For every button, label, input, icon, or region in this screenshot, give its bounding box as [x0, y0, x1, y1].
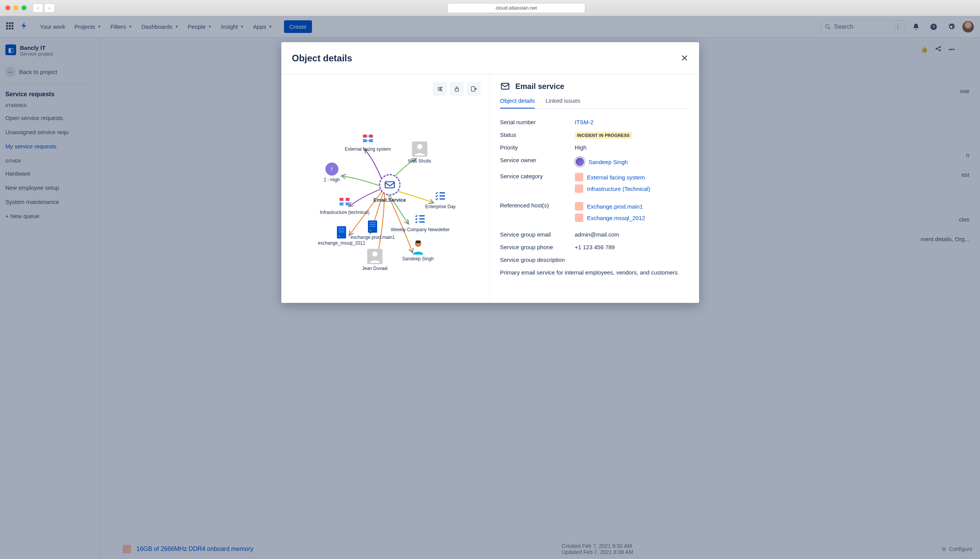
svg-point-34 — [370, 230, 371, 231]
graph-node[interactable]: External facing system — [345, 132, 391, 152]
svg-rect-36 — [370, 224, 376, 225]
category-icon — [575, 173, 583, 181]
field-status: Status INCIDENT IN PROGRESS — [500, 129, 689, 141]
field-label: Service group description — [500, 256, 565, 263]
field-value: High — [575, 144, 689, 150]
graph-filter-button[interactable] — [433, 82, 447, 96]
graph-node[interactable]: Sandeep Singh — [403, 239, 434, 261]
graph-node-label: External facing system — [345, 146, 391, 152]
person-icon — [367, 249, 383, 264]
tab-object-details[interactable]: Object details — [500, 98, 535, 109]
graph-node-label: 2 - High — [324, 177, 340, 182]
svg-rect-24 — [346, 198, 350, 201]
svg-rect-19 — [369, 139, 373, 142]
browser-forward-button[interactable]: › — [44, 3, 55, 13]
graph-node[interactable]: Enterprise Day — [426, 189, 456, 209]
host-icon — [575, 202, 583, 210]
category-link[interactable]: Infrastructure (Technical) — [587, 185, 650, 192]
svg-rect-25 — [340, 202, 343, 205]
svg-rect-45 — [416, 240, 421, 243]
tab-linked-issues[interactable]: Linked issues — [545, 98, 580, 109]
serial-link[interactable]: ITSM-2 — [575, 119, 594, 126]
host-link[interactable]: Exchange.mssql_2012 — [587, 215, 645, 221]
mail-icon — [500, 81, 510, 91]
graph-center-label: Email.Service — [374, 197, 406, 203]
list-icon — [434, 189, 447, 202]
graph-node[interactable]: exchange_mssql_2012 — [318, 226, 365, 246]
graph-center-node[interactable]: Email.Service — [374, 174, 406, 203]
field-label: Referenced host(s) — [500, 202, 575, 208]
field-phone: Service group phone +1 123 456 789 — [500, 241, 689, 253]
window-minimize-dot[interactable] — [13, 5, 18, 10]
person-icon — [412, 141, 427, 157]
graph-node[interactable]: Wes Shults — [408, 141, 431, 164]
svg-point-43 — [372, 251, 377, 256]
window-titlebar: ‹ › cloud.atlassian.net — [0, 0, 980, 16]
category-link[interactable]: External facing system — [587, 174, 645, 180]
object-title: Email service — [515, 82, 564, 91]
field-email: Service group email admin@mail.com — [500, 228, 689, 241]
host-link[interactable]: Exchange.prod.main1 — [587, 203, 643, 210]
graph-export-button[interactable] — [467, 82, 481, 96]
field-desc-value: Primary email service for internal emplo… — [500, 268, 689, 277]
window-close-dot[interactable] — [5, 5, 10, 10]
graph-node[interactable]: Weekly Company Newsletter — [391, 212, 450, 232]
modal-header: Object details ✕ — [281, 42, 699, 74]
modal-close-button[interactable]: ✕ — [681, 53, 688, 64]
svg-rect-26 — [346, 202, 350, 205]
field-label: Status — [500, 132, 575, 138]
field-label: Service owner — [500, 157, 575, 163]
server-icon — [335, 226, 348, 239]
svg-rect-16 — [363, 135, 367, 138]
server-icon — [366, 220, 379, 233]
svg-point-11 — [440, 89, 441, 90]
owner-link[interactable]: Sandeep Singh — [589, 159, 628, 165]
graph-node-label: Infrastructure (technical) — [320, 210, 370, 215]
svg-rect-15 — [385, 182, 394, 188]
svg-rect-13 — [455, 89, 459, 91]
graph-node[interactable]: Infrastructure (technical) — [320, 195, 370, 215]
svg-rect-17 — [369, 135, 373, 138]
svg-point-39 — [338, 235, 340, 237]
field-label: Service category — [500, 173, 575, 179]
field-label: Service group email — [500, 231, 575, 238]
svg-rect-41 — [338, 230, 345, 230]
graph-lock-button[interactable] — [450, 82, 464, 96]
graph-node-label: Weekly Company Newsletter — [391, 227, 450, 232]
svg-rect-40 — [338, 228, 345, 228]
field-label: Priority — [500, 144, 575, 150]
system-icon — [338, 195, 351, 208]
graph-node-label: Sandeep Singh — [403, 256, 434, 261]
field-owner: Service owner Sandeep Singh — [500, 154, 689, 170]
window-maximize-dot[interactable] — [21, 5, 26, 10]
modal-title: Object details — [292, 53, 352, 64]
field-label: Serial number — [500, 119, 575, 126]
field-hosts: Referenced host(s) Exchange.prod.main1 E… — [500, 199, 689, 228]
object-details-modal: Object details ✕ — [281, 42, 699, 303]
svg-rect-35 — [370, 222, 376, 223]
status-badge: INCIDENT IN PROGRESS — [575, 132, 632, 139]
graph-toolbar — [287, 81, 484, 98]
graph-node[interactable]: ! 2 - High — [324, 162, 340, 182]
field-desc-label: Service group description — [500, 253, 689, 266]
owner-avatar — [575, 157, 585, 167]
mail-icon — [384, 179, 396, 191]
browser-back-button[interactable]: ‹ — [33, 3, 43, 13]
graph-node-label: Enterprise Day — [426, 204, 456, 209]
svg-rect-23 — [340, 198, 343, 201]
svg-point-22 — [417, 144, 422, 149]
graph-panel: Email.Service External facing system Wes… — [281, 74, 490, 303]
field-serial: Serial number ITSM-2 — [500, 116, 689, 129]
avatar-icon — [411, 239, 426, 255]
graph-node-label: Jean Duvaal — [362, 266, 388, 271]
priority-icon: ! — [325, 162, 338, 175]
field-category: Service category External facing system … — [500, 170, 689, 199]
svg-rect-18 — [363, 139, 367, 142]
graph-node[interactable]: Jean Duvaal — [362, 249, 388, 271]
graph-node-label: Wes Shults — [408, 158, 431, 164]
browser-url-bar[interactable]: cloud.atlassian.net — [447, 3, 585, 13]
category-icon — [575, 184, 583, 193]
svg-rect-37 — [370, 226, 376, 227]
graph-canvas[interactable]: Email.Service External facing system Wes… — [287, 98, 484, 297]
graph-node-label: exchange_mssql_2012 — [318, 240, 365, 246]
